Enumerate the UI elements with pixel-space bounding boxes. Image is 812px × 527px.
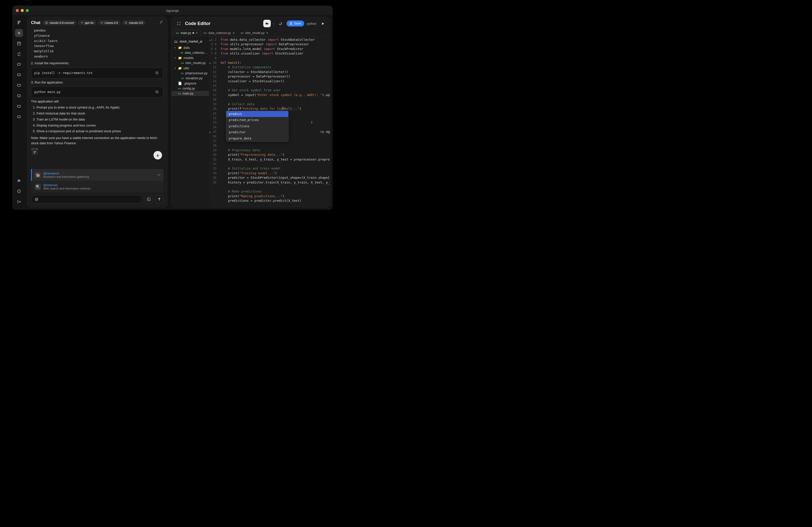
fold-icon[interactable]: ⌄	[209, 38, 211, 41]
expand-icon[interactable]	[175, 20, 183, 27]
model-chip[interactable]: claude-3.5-sonnet	[43, 20, 76, 25]
svg-rect-13	[156, 72, 158, 74]
code-icon: <>	[181, 72, 184, 75]
language-label: python	[307, 22, 317, 26]
chat-history-item[interactable]	[15, 82, 23, 89]
fold-icon[interactable]: ⌄	[209, 130, 211, 133]
autocomplete-item[interactable]: predictor	[226, 129, 288, 135]
editor-tab[interactable]: <> main.py ✕	[173, 30, 201, 36]
install-command: pip install -r requirements.txt	[34, 71, 92, 75]
code-block: python main.py	[31, 87, 163, 98]
save-button[interactable]: Save	[287, 20, 304, 27]
send-button[interactable]	[155, 195, 163, 204]
list-item: Fetch historical data for that stock	[37, 111, 163, 116]
paragraph: The application will:	[31, 99, 163, 104]
file-tree: 🗂 stock_market_ai ▾📁data<>data_collector…	[172, 36, 209, 207]
mention-desc: Research and information gathering	[43, 175, 89, 178]
open-folder-button[interactable]	[263, 20, 271, 27]
exit-icon[interactable]	[15, 198, 23, 206]
tree-file[interactable]: <>preprocessor.py	[172, 71, 209, 76]
autocomplete-item[interactable]: predict	[226, 111, 288, 117]
tree-file[interactable]: 📄.gitignore	[172, 81, 209, 86]
svg-rect-16	[156, 91, 158, 93]
model-chip[interactable]: claude-3.5	[122, 20, 145, 25]
svg-rect-4	[17, 84, 20, 86]
project-root[interactable]: 🗂 stock_market_ai	[172, 38, 209, 45]
editor-title: Code Editor	[185, 21, 211, 26]
svg-rect-0	[17, 42, 20, 45]
svg-rect-6	[17, 105, 20, 107]
chat-history-item[interactable]	[15, 71, 23, 79]
editor-panel: Code Editor | Save python <> main.py ✕ <…	[171, 17, 330, 207]
fold-icon[interactable]: ⌄	[209, 60, 211, 64]
chat-input-row	[28, 192, 167, 207]
svg-rect-2	[17, 63, 20, 65]
code-icon: <>	[178, 87, 181, 90]
branch-icon[interactable]	[15, 18, 23, 27]
scroll-down-button[interactable]	[154, 151, 162, 160]
left-rail: ?	[13, 15, 25, 209]
app-window: lagrange ? Chat claude-3.5-sonnetgpt-4oL…	[13, 6, 333, 209]
editor-tab[interactable]: <> lstm_model.py ✕	[238, 30, 272, 36]
svg-point-18	[148, 199, 148, 199]
tree-file[interactable]: <>main.py	[172, 91, 209, 96]
close-tab-button[interactable]: ✕	[266, 31, 269, 35]
disconnect-icon[interactable]	[159, 20, 163, 26]
code-area[interactable]: 1 2 3 4 5 6 7 8 9 10 11 12 13 14 15 16 1…	[209, 36, 330, 207]
help-icon[interactable]: ?	[15, 187, 23, 195]
chat-history-item[interactable]	[15, 102, 23, 111]
modified-dot-icon	[192, 32, 194, 34]
code-icon: <>	[176, 31, 179, 35]
autocomplete-item[interactable]: predicted_prices	[226, 117, 288, 123]
chat-history-item[interactable]	[15, 92, 23, 100]
svg-rect-7	[17, 116, 20, 118]
requirement-item: seaborn	[34, 54, 163, 59]
model-chip[interactable]: Llama-3.3	[98, 20, 120, 25]
branch-badge-icon[interactable]	[31, 149, 38, 156]
svg-rect-5	[17, 95, 20, 97]
refresh-icon[interactable]	[15, 50, 23, 58]
mention-item[interactable]: 🔍 @internet Web search and information r…	[31, 181, 163, 192]
mention-item[interactable]: 📚 @research Research and information gat…	[31, 169, 163, 181]
copy-button[interactable]	[154, 89, 160, 95]
step-label: 2. Install the requirements:	[31, 61, 163, 66]
reload-button[interactable]	[276, 20, 284, 27]
close-tab-button[interactable]: ✕	[232, 31, 235, 35]
new-button[interactable]	[15, 29, 23, 37]
model-chip[interactable]: gpt-4o	[78, 20, 96, 25]
chat-history-item[interactable]	[15, 113, 23, 121]
people-icon[interactable]	[15, 177, 23, 185]
tree-file[interactable]: <>config.py	[172, 86, 209, 91]
close-window-button[interactable]	[16, 9, 19, 12]
list-item: Prompt you to enter a stock symbol (e.g.…	[37, 105, 163, 110]
tree-file[interactable]: <>visualizer.py	[172, 76, 209, 81]
code-icon: <>	[181, 77, 184, 80]
svg-point-8	[18, 180, 19, 181]
tab-label: lstm_model.py	[245, 31, 264, 35]
mention-desc: Web search and information retrieval	[43, 187, 90, 190]
minimize-window-button[interactable]	[21, 9, 24, 12]
tree-file[interactable]: <>lstm_model.py	[172, 60, 209, 65]
copy-button[interactable]	[154, 70, 160, 76]
chat-history-item[interactable]	[15, 60, 23, 69]
autocomplete-item[interactable]: prepare_data	[226, 135, 288, 142]
tree-file[interactable]: <>data_collector....	[172, 50, 209, 55]
chat-input[interactable]	[31, 195, 143, 204]
requirement-item: yfinance	[34, 33, 163, 39]
editor-tab[interactable]: <> data_collector.py ✕	[201, 30, 237, 36]
run-button[interactable]	[319, 20, 327, 27]
list-item: Show a comparison plot of actual vs pred…	[37, 129, 163, 134]
tree-folder[interactable]: ▾📁models	[172, 55, 209, 60]
close-tab-button[interactable]: ✕	[195, 31, 198, 35]
autocomplete-item[interactable]: predictions	[226, 123, 288, 129]
tree-folder[interactable]: ▾📁data	[172, 45, 209, 50]
attach-image-button[interactable]	[145, 195, 153, 204]
requirement-item: pandas	[34, 28, 163, 33]
layout-icon[interactable]	[15, 40, 23, 47]
tree-folder[interactable]: ▾📁utils	[172, 65, 209, 71]
code-icon: <>	[181, 62, 184, 64]
editor-header: Code Editor | Save python	[172, 17, 330, 30]
requirement-item: scikit-learn	[34, 39, 163, 44]
return-icon: ↵	[158, 173, 160, 177]
maximize-window-button[interactable]	[26, 9, 29, 12]
